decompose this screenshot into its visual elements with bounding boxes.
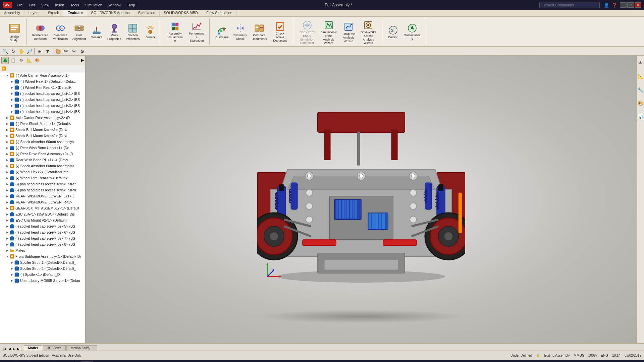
menu-file[interactable]: File: [14, 2, 25, 8]
tree-expand-arrow[interactable]: ▶: [10, 266, 14, 270]
tree-item[interactable]: ▶(-) pan head cross recess screw_bsi<8: [0, 187, 85, 193]
last-page-button[interactable]: ▶|: [16, 347, 21, 351]
question-icon[interactable]: ❓: [612, 3, 617, 8]
tree-expand-arrow[interactable]: ▶: [5, 116, 9, 120]
tree-item[interactable]: ▶(-) Rear Wish Bone Upper<1> (De: [0, 145, 85, 151]
close-button[interactable]: ✕: [635, 2, 641, 8]
interference-detection-button[interactable]: InterferenceDetection: [31, 21, 50, 42]
tree-expand-arrow[interactable]: ▶: [5, 212, 9, 216]
view-orientation-button[interactable]: 🔍: [1, 48, 9, 55]
menu-view[interactable]: View: [39, 2, 52, 8]
right-sidebar-btn-5[interactable]: 📊: [638, 111, 644, 123]
clearance-verification-button[interactable]: ClearanceVerification: [51, 21, 69, 42]
tree-expand-arrow[interactable]: ▶: [5, 158, 9, 162]
tree-item[interactable]: ▶(-) socket head cap screw_bsi<3> (BS: [0, 103, 85, 109]
tree-expand-arrow[interactable]: ▶: [10, 260, 14, 264]
costing-button[interactable]: $ Costing: [385, 23, 401, 40]
menu-window[interactable]: Window: [106, 2, 124, 8]
taskbar-sw2[interactable]: SW: [94, 361, 106, 362]
tab-evaluate[interactable]: Evaluate: [63, 10, 87, 16]
rotate-button[interactable]: ↻: [9, 48, 17, 55]
pan-button[interactable]: ✋: [17, 48, 25, 55]
tree-expand-arrow[interactable]: ▶: [10, 104, 14, 108]
user-icon[interactable]: 👤: [604, 3, 609, 8]
floxpress-button[interactable]: FloXpressAnalysisWizard: [340, 20, 357, 44]
taskbar-solidworks-active[interactable]: SW: [82, 361, 93, 362]
tree-expand-arrow[interactable]: ▶: [5, 176, 9, 180]
tree-expand-arrow[interactable]: ▶: [10, 273, 14, 277]
tree-expand-arrow[interactable]: ▶: [5, 152, 9, 156]
tree-expand-arrow[interactable]: ▶: [5, 248, 9, 252]
tree-expand-arrow[interactable]: ▶: [5, 194, 9, 198]
performance-evaluation-button[interactable]: PerformanceEvaluation: [186, 19, 207, 44]
tree-expand-arrow[interactable]: ▶: [5, 224, 9, 228]
menu-tools[interactable]: Tools: [68, 2, 82, 8]
collapse-arrow[interactable]: ▶: [81, 58, 84, 62]
taskbar-firefox[interactable]: 🦊: [10, 361, 22, 362]
property-manager-button[interactable]: 📋: [9, 57, 17, 64]
section-properties-button[interactable]: SectionProperties: [124, 21, 141, 42]
tree-item[interactable]: ▶Spoiler Strut<2> (Default<<Default_: [0, 265, 85, 272]
tree-item[interactable]: ▶(-) Wheel Hex<1> (Default<<Defa...: [0, 78, 85, 84]
tree-expand-arrow[interactable]: ▶: [10, 110, 14, 114]
symmetry-check-button[interactable]: SymmetryCheck: [232, 21, 249, 42]
taskbar-notion[interactable]: 📋: [69, 361, 81, 362]
tree-item[interactable]: ▶(-) Shock Absorber 60mm Assembly<: [0, 163, 85, 169]
tree-expand-arrow[interactable]: ▶: [5, 182, 9, 186]
simulationxpress-button[interactable]: SimulationXpressAnalysis Wizard: [319, 18, 339, 46]
display-style-button[interactable]: 🎨: [54, 48, 62, 55]
standard-views-button[interactable]: ⊞: [36, 48, 43, 55]
tree-item[interactable]: ▶(-) socket head cap screw_bsi<1> (BS: [0, 90, 85, 97]
taskbar-spotify[interactable]: 🎵: [47, 361, 58, 362]
design-study-button[interactable]: DesignStudy: [5, 20, 23, 43]
tab-layout[interactable]: Layout: [24, 10, 44, 16]
tree-expand-arrow[interactable]: ▶: [10, 98, 14, 102]
tree-expand-arrow[interactable]: ▶: [10, 85, 14, 89]
tree-item[interactable]: ▶(-) Wheel Hex<2> (Default<<Defa: [0, 169, 85, 175]
sensor-button[interactable]: Sensor: [143, 23, 158, 40]
search-commands-input[interactable]: [539, 2, 600, 8]
compare-documents-button[interactable]: CompareDocuments: [250, 21, 269, 42]
view-settings[interactable]: ⚙: [78, 48, 86, 55]
tree-item[interactable]: ▶REAR_WISHBONE_LOWER_R<1>: [0, 199, 85, 205]
tree-expand-arrow[interactable]: ▶: [5, 242, 9, 246]
tree-expand-arrow[interactable]: ▼: [5, 73, 9, 77]
tree-expand-arrow[interactable]: ▶: [5, 206, 9, 210]
tree-item[interactable]: ▶(-) Rear Shock Mount<1> (Default<: [0, 121, 85, 127]
tree-expand-arrow[interactable]: ▶: [10, 279, 14, 283]
right-sidebar-btn-2[interactable]: 📐: [638, 70, 644, 82]
section-view-button[interactable]: ✂: [70, 48, 78, 55]
tree-expand-arrow[interactable]: ▶: [10, 92, 14, 96]
tree-item[interactable]: ▶Spoiler Strut<1> (Default<<Default_: [0, 259, 85, 265]
tree-item[interactable]: ▶(-) socket head cap screw_bsi<5> (BS: [0, 223, 85, 229]
curvature-button[interactable]: Curvature: [214, 23, 230, 40]
mass-properties-button[interactable]: MassProperties: [106, 21, 123, 42]
tree-expand-arrow[interactable]: ▶: [5, 128, 9, 132]
tree-item[interactable]: ▼(-) Axle Carrier Rear Assembly<1>: [0, 72, 85, 78]
tree-expand-arrow[interactable]: ▶: [5, 230, 9, 234]
tab-assembly[interactable]: Assembly: [0, 10, 24, 16]
prev-page-button[interactable]: ◀: [8, 347, 11, 351]
3dexperience-button[interactable]: 3DX 3DEXPERIENCESimulationConnector: [297, 18, 317, 46]
tree-expand-arrow[interactable]: ▶: [5, 200, 9, 204]
tree-expand-arrow[interactable]: ▶: [5, 164, 9, 168]
tree-item[interactable]: ▶(-) socket head cap screw_bsi<2> (BS: [0, 97, 85, 103]
menu-help[interactable]: Help: [125, 2, 138, 8]
tree-item[interactable]: ▶Axle Carrier Rear Assembly<2> (D: [0, 115, 85, 121]
maximize-button[interactable]: □: [627, 2, 634, 8]
tree-item[interactable]: ▶Shock Ball Mount 6mm<2> (Defa: [0, 133, 85, 139]
tree-expand-arrow[interactable]: ▶: [5, 218, 9, 222]
sustainability-button[interactable]: Sustainability: [402, 21, 422, 42]
menu-edit[interactable]: Edit: [26, 2, 38, 8]
tree-item[interactable]: ▶(-) Wheel Rim Rear<1> (Default<: [0, 84, 85, 90]
assembly-visualization-button[interactable]: AssemblyVisualization: [165, 19, 185, 44]
right-sidebar-btn-4[interactable]: 🎨: [638, 97, 644, 109]
tree-item[interactable]: ▶(-) socket head cap screw_bsi<7> (BS: [0, 235, 85, 241]
tree-item[interactable]: ▶Rear Wish Bone RU<1> -> (Defau: [0, 157, 85, 163]
display-manager-button[interactable]: 🎨: [34, 57, 41, 64]
tree-item[interactable]: ▶ESC 25A<1> (35A ESC<<Default_Dis: [0, 211, 85, 217]
tab-solidworks-mbd[interactable]: SOLIDWORKS MBD: [160, 10, 202, 16]
tree-item[interactable]: ▶REAR_WISHBONE_LOWER_L<1> (: [0, 193, 85, 199]
tree-expand-arrow[interactable]: ▶: [5, 134, 9, 138]
tree-item[interactable]: ▶(-) Spoiler<1> (Default_Di: [0, 272, 85, 278]
